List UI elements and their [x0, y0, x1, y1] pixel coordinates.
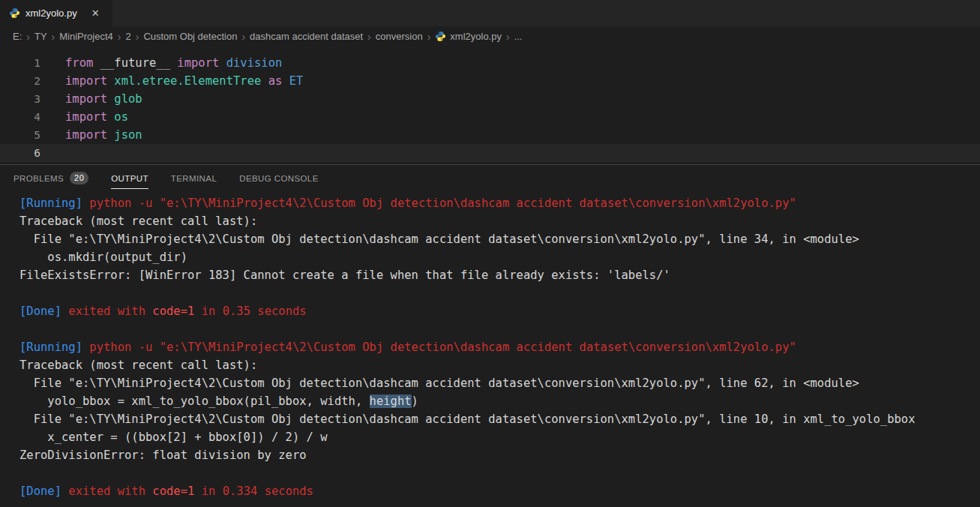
- breadcrumb-item[interactable]: dashcam accident dataset: [250, 31, 363, 42]
- output-line: Traceback (most recent call last):: [19, 356, 980, 374]
- breadcrumb-separator: ›: [367, 31, 372, 43]
- breadcrumb-item-label: dashcam accident dataset: [250, 31, 363, 42]
- breadcrumb-item-label: Custom Obj detection: [143, 31, 237, 42]
- output-line: ZeroDivisionError: float division by zer…: [19, 446, 980, 464]
- output-line: [Running] python -u "e:\TY\MiniProject4\…: [19, 338, 980, 356]
- close-icon[interactable]: ✕: [91, 8, 100, 19]
- code-line[interactable]: 3import glob: [0, 90, 980, 108]
- panel-tabs: PROBLEMS20OUTPUTTERMINALDEBUG CONSOLE: [0, 165, 980, 190]
- breadcrumb-item[interactable]: TY: [34, 31, 47, 42]
- line-number: 6: [0, 144, 40, 162]
- output-line: [19, 320, 980, 338]
- panel-tab-label: TERMINAL: [171, 166, 217, 189]
- code-line[interactable]: 4import os: [0, 108, 980, 126]
- breadcrumb-item[interactable]: MiniProject4: [59, 31, 113, 42]
- output-line: File "e:\TY\MiniProject4\2\Custom Obj de…: [19, 230, 980, 248]
- code-line-content: import glob: [65, 90, 142, 108]
- code-line[interactable]: 2import xml.etree.ElementTree as ET: [0, 72, 980, 90]
- breadcrumb-item[interactable]: conversion: [376, 31, 423, 42]
- code-line[interactable]: 1from __future__ import division: [0, 54, 980, 72]
- panel-tab-terminal[interactable]: TERMINAL: [171, 165, 217, 190]
- breadcrumb-item-label: 2: [125, 31, 130, 42]
- output-line: [19, 284, 980, 302]
- breadcrumb-separator: ›: [241, 31, 246, 43]
- panel-tab-label: PROBLEMS: [13, 166, 64, 189]
- output-line: os.mkdir(output_dir): [19, 248, 980, 266]
- breadcrumb-separator: ›: [505, 31, 511, 43]
- output-line: [Done] exited with code=1 in 0.35 second…: [19, 302, 980, 320]
- output-line: yolo_bbox = xml_to_yolo_bbox(pil_bbox, w…: [19, 392, 980, 410]
- breadcrumb-item[interactable]: ...: [514, 31, 523, 42]
- panel-tab-debug-console[interactable]: DEBUG CONSOLE: [239, 165, 319, 190]
- line-number: 2: [0, 72, 40, 90]
- tab-bar: xml2yolo.py ✕: [0, 0, 980, 26]
- bottom-panel: PROBLEMS20OUTPUTTERMINALDEBUG CONSOLE [R…: [0, 164, 980, 500]
- output-line: [19, 464, 980, 482]
- line-number: 1: [0, 54, 40, 72]
- breadcrumb-item-label: conversion: [376, 31, 423, 42]
- breadcrumb-separator: ›: [135, 31, 140, 43]
- panel-tab-label: OUTPUT: [111, 166, 148, 189]
- panel-tab-output[interactable]: OUTPUT: [111, 165, 148, 190]
- output-content[interactable]: [Running] python -u "e:\TY\MiniProject4\…: [0, 190, 980, 500]
- breadcrumb-item[interactable]: xml2yolo.py: [435, 31, 502, 42]
- output-line: [Done] exited with code=1 in 0.334 secon…: [19, 482, 980, 500]
- breadcrumb-item[interactable]: 2: [125, 31, 130, 42]
- panel-tab-problems[interactable]: PROBLEMS20: [13, 165, 88, 190]
- output-line: Traceback (most recent call last):: [19, 212, 980, 230]
- line-number: 5: [0, 126, 40, 144]
- editor-code[interactable]: 1from __future__ import division2import …: [0, 46, 980, 164]
- breadcrumb-item-label: TY: [34, 31, 47, 42]
- tab-xml2yolo[interactable]: xml2yolo.py ✕: [0, 0, 112, 26]
- tab-label: xml2yolo.py: [25, 8, 77, 19]
- output-line: File "e:\TY\MiniProject4\2\Custom Obj de…: [19, 374, 980, 392]
- python-file-icon: [9, 8, 20, 19]
- line-number: 3: [0, 90, 40, 108]
- python-file-icon: [435, 31, 446, 42]
- breadcrumb-item-label: MiniProject4: [59, 31, 113, 42]
- code-line-content: from __future__ import division: [65, 54, 282, 72]
- code-line-content: import json: [65, 126, 142, 144]
- output-line: [Running] python -u "e:\TY\MiniProject4\…: [19, 194, 980, 212]
- breadcrumb-separator: ›: [117, 31, 122, 43]
- breadcrumb-separator: ›: [427, 31, 432, 43]
- problems-count-badge: 20: [70, 172, 88, 184]
- output-line: File "e:\TY\MiniProject4\2\Custom Obj de…: [19, 410, 980, 428]
- breadcrumb-separator: ›: [25, 31, 31, 43]
- output-line: x_center = ((bbox[2] + bbox[0]) / 2) / w: [19, 428, 980, 446]
- breadcrumb: E:›TY›MiniProject4›2›Custom Obj detectio…: [0, 26, 980, 46]
- output-line: FileExistsError: [WinError 183] Cannot c…: [19, 266, 980, 284]
- breadcrumb-item[interactable]: Custom Obj detection: [143, 31, 237, 42]
- code-line[interactable]: 5import json: [0, 126, 980, 144]
- panel-tab-label: DEBUG CONSOLE: [239, 166, 319, 189]
- breadcrumb-item-label: xml2yolo.py: [450, 31, 502, 42]
- breadcrumb-separator: ›: [51, 31, 56, 43]
- code-line-content: import os: [65, 108, 128, 126]
- breadcrumb-item-label: E:: [13, 31, 22, 42]
- breadcrumb-item[interactable]: E:: [13, 31, 22, 42]
- code-line-content: import xml.etree.ElementTree as ET: [65, 72, 303, 90]
- line-number: 4: [0, 108, 40, 126]
- code-line[interactable]: 6: [0, 144, 980, 162]
- breadcrumb-item-label: ...: [514, 31, 523, 42]
